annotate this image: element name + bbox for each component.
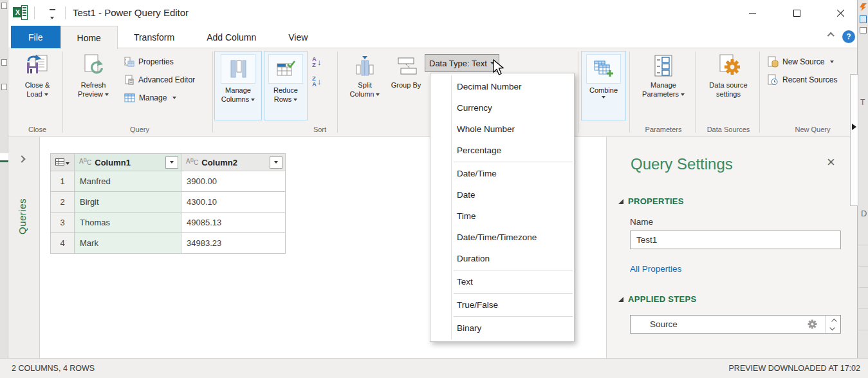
data-type-menu-list: Decimal NumberCurrencyWhole NumberPercen… — [430, 76, 574, 339]
move-down-icon[interactable] — [829, 325, 835, 330]
menu-separator — [454, 270, 573, 270]
advanced-editor-button[interactable]: Advanced Editor — [124, 74, 212, 86]
manage-button[interactable]: Manage — [124, 92, 212, 104]
row-number[interactable]: 4 — [51, 233, 75, 254]
tab-home[interactable]: Home — [60, 26, 118, 49]
queries-pane[interactable]: Queries — [8, 137, 40, 358]
step-settings-gear-icon[interactable] — [808, 319, 817, 329]
close-and-load-button[interactable]: Close & Load — [13, 52, 62, 99]
cell[interactable]: Manfred — [75, 171, 181, 192]
menu-item-date-time-timezone[interactable]: Date/Time/Timezone — [430, 227, 574, 248]
ribbon-tab-bar: FileHomeTransformAdd ColumnView ? — [8, 26, 857, 48]
menu-item-date[interactable]: Date — [430, 184, 574, 205]
cell[interactable]: 3900.00 — [181, 171, 286, 192]
minimize-button[interactable] — [737, 0, 767, 26]
background-window-left-edge — [0, 0, 8, 358]
titlebar: X Test1 - Power Query Editor — [8, 0, 857, 26]
collapse-triangle-icon — [618, 199, 623, 204]
menu-item-whole-number[interactable]: Whole Number — [430, 118, 574, 140]
cell[interactable]: Mark — [75, 233, 181, 254]
properties-icon — [124, 57, 134, 67]
data-type-dropdown[interactable]: Data Type: Text — [425, 54, 499, 72]
move-up-icon[interactable] — [831, 318, 836, 323]
manage-label: Manage — [139, 93, 167, 102]
tab-add-column[interactable]: Add Column — [190, 26, 272, 48]
data-sources-group-label: Data Sources — [700, 126, 757, 133]
reduce-rows-icon — [268, 54, 303, 84]
grid-body: 1Manfred3900.002Birgit4300.103Thomas4908… — [51, 171, 286, 254]
menu-item-true-false[interactable]: True/False — [430, 294, 574, 316]
help-button[interactable]: ? — [842, 30, 855, 43]
maximize-button[interactable] — [782, 0, 811, 26]
tab-file[interactable]: File — [11, 26, 60, 48]
quick-access-toolbar-dropdown-icon[interactable] — [48, 9, 56, 23]
status-columns-rows: 2 COLUMNS, 4 ROWS — [12, 364, 95, 373]
group-by-button[interactable]: Group By — [386, 52, 426, 90]
close-panel-icon[interactable]: × — [827, 155, 835, 169]
manage-columns-button[interactable]: Manage Columns — [214, 51, 262, 120]
text-type-icon[interactable]: ABC — [186, 157, 198, 167]
combine-button[interactable]: Combine — [581, 51, 626, 120]
table-menu-caret-icon — [66, 162, 69, 165]
cell[interactable]: 49085.13 — [181, 213, 286, 233]
column-filter-dropdown[interactable] — [270, 156, 282, 169]
power-query-editor-window: X Test1 - Power Query Editor FileHomeTra… — [8, 0, 857, 358]
tab-transform[interactable]: Transform — [118, 26, 190, 48]
cell[interactable]: Birgit — [75, 192, 181, 213]
step-reorder-spinner[interactable] — [825, 316, 840, 333]
excel-flash-icon — [860, 3, 867, 11]
cell[interactable]: 34983.23 — [181, 233, 286, 254]
cell[interactable]: Thomas — [75, 213, 181, 233]
tab-view[interactable]: View — [272, 26, 324, 48]
properties-button[interactable]: Properties — [124, 56, 212, 68]
collapse-ribbon-icon[interactable] — [826, 32, 836, 43]
row-number[interactable]: 1 — [51, 171, 75, 192]
query-name-input[interactable] — [630, 231, 841, 249]
menu-item-date-time[interactable]: Date/Time — [430, 163, 574, 184]
menu-item-time[interactable]: Time — [430, 205, 574, 227]
queries-pane-label: Queries — [17, 198, 28, 234]
menu-item-text[interactable]: Text — [430, 271, 574, 292]
sort-ascending-button[interactable]: AZ↓ — [312, 55, 337, 69]
manage-parameters-button[interactable]: Manage Parameters — [636, 52, 691, 99]
expand-queries-pane-icon[interactable] — [19, 156, 27, 164]
row-number[interactable]: 2 — [51, 192, 75, 213]
sort-group-label: Sort — [297, 126, 342, 133]
sort-descending-button[interactable]: ZA↓ — [312, 74, 337, 88]
column-filter-dropdown[interactable] — [165, 156, 178, 169]
menu-item-currency[interactable]: Currency — [430, 97, 574, 118]
cell[interactable]: 4300.10 — [181, 192, 286, 213]
advanced-editor-label: Advanced Editor — [138, 75, 195, 84]
all-properties-link[interactable]: All Properties — [630, 264, 681, 274]
column-header-column1[interactable]: ABCColumn1 — [75, 154, 181, 171]
collapse-triangle-icon — [618, 297, 623, 302]
menu-item-decimal-number[interactable]: Decimal Number — [430, 76, 574, 97]
advanced-editor-icon — [124, 75, 134, 85]
recent-sources-button[interactable]: Recent Sources — [768, 74, 854, 86]
data-source-settings-button[interactable]: Data source settings — [700, 52, 757, 99]
applied-steps-section-header[interactable]: APPLIED STEPS — [618, 294, 696, 304]
data-source-settings-label: Data source settings — [709, 81, 747, 98]
applied-step-item[interactable]: Source — [630, 315, 841, 334]
close-window-button[interactable] — [831, 0, 850, 26]
table-row: 2Birgit4300.10 — [51, 192, 286, 213]
column-header-column2[interactable]: ABCColumn2 — [181, 154, 286, 171]
group-by-label: Group By — [391, 81, 421, 89]
new-source-label: New Source — [782, 57, 824, 66]
window-title: Test1 - Power Query Editor — [73, 7, 189, 18]
reduce-rows-button[interactable]: Reduce Rows — [264, 51, 308, 120]
manage-parameters-icon — [654, 52, 673, 79]
refresh-preview-button[interactable]: Refresh Preview — [68, 52, 119, 99]
data-type-menu: Decimal NumberCurrencyWhole NumberPercen… — [430, 73, 575, 342]
menu-item-binary[interactable]: Binary — [430, 317, 574, 339]
text-type-icon[interactable]: ABC — [79, 157, 91, 167]
menu-item-percentage[interactable]: Percentage — [430, 140, 574, 161]
combine-label: Combine — [589, 86, 618, 94]
select-all-corner-cell[interactable] — [51, 154, 75, 171]
new-source-button[interactable]: New Source — [768, 56, 854, 68]
ribbon-overflow-button[interactable] — [850, 74, 858, 206]
properties-section-header[interactable]: PROPERTIES — [618, 196, 684, 206]
menu-item-duration[interactable]: Duration — [430, 248, 574, 269]
split-column-button[interactable]: Split Column — [344, 52, 385, 99]
row-number[interactable]: 3 — [51, 213, 75, 233]
